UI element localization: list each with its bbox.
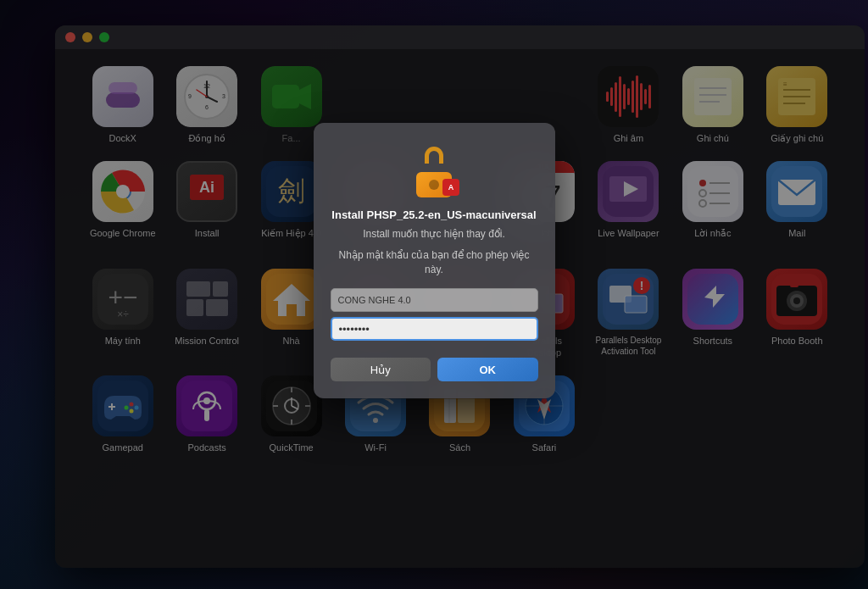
password-field[interactable] [331,317,538,341]
dialog-subtitle: Install muốn thực hiện thay đổi. [363,228,505,240]
dialog-buttons: Hủy OK [331,358,538,381]
username-field [331,288,538,312]
auth-dialog: A Install PHSP_25.2-en_US-macuniversal I… [314,123,555,399]
ok-button[interactable]: OK [437,358,538,381]
lock-shackle [425,147,443,164]
password-group [331,317,538,341]
dialog-description: Nhập mật khẩu của bạn để cho phép việc n… [331,248,538,277]
dialog-title: Install PHSP_25.2-en_US-macuniversal [331,208,536,223]
cancel-button[interactable]: Hủy [331,358,431,381]
adobe-badge: A [442,179,459,196]
dialog-overlay: A Install PHSP_25.2-en_US-macuniversal I… [0,0,868,589]
username-group [331,288,538,312]
dialog-icon: A [407,143,461,197]
